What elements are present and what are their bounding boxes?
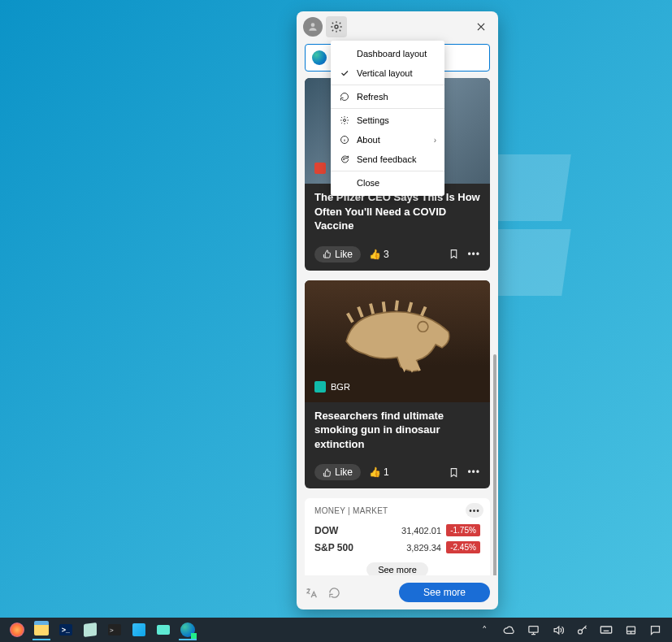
- money-see-more-button[interactable]: See more: [366, 562, 428, 575]
- menu-close[interactable]: Close: [331, 173, 444, 193]
- menu-label: Close: [357, 178, 379, 188]
- menu-refresh[interactable]: Refresh: [331, 87, 444, 106]
- cloud-icon: [503, 624, 515, 636]
- tray-onedrive[interactable]: [498, 619, 519, 640]
- language-button[interactable]: [305, 587, 317, 599]
- menu-about[interactable]: About ›: [331, 130, 444, 150]
- source-badge-icon: [314, 163, 326, 174]
- edge-beta-icon: [157, 625, 170, 635]
- widget-topbar: [297, 11, 498, 42]
- taskbar-edge-beta[interactable]: [153, 619, 174, 640]
- source-label: BGR: [331, 382, 350, 392]
- keyboard-icon: [600, 623, 613, 636]
- widget-bottombar: See more: [297, 575, 498, 609]
- reaction-count[interactable]: 👍 1: [369, 466, 389, 478]
- see-more-button[interactable]: See more: [399, 583, 490, 602]
- menu-settings[interactable]: Settings: [331, 111, 444, 130]
- powershell-icon: >_: [59, 624, 72, 635]
- index-change: -1.75%: [446, 524, 480, 536]
- like-button[interactable]: Like: [314, 246, 361, 262]
- close-widget-button[interactable]: [470, 16, 492, 37]
- market-row[interactable]: DOW 31,402.01 -1.75%: [314, 522, 480, 539]
- reaction-count[interactable]: 👍 3: [369, 249, 389, 260]
- chevron-right-icon: ›: [434, 136, 436, 145]
- settings-dropdown-menu: Dashboard layout Vertical layout Refresh…: [331, 41, 444, 196]
- market-row[interactable]: S&P 500 3,829.34 -2.45%: [314, 539, 480, 556]
- tray-volume[interactable]: [547, 619, 568, 640]
- card-more-button[interactable]: •••: [467, 249, 480, 260]
- index-value: 31,402.01: [401, 526, 441, 536]
- dinosaur-skull-icon: [332, 297, 462, 386]
- news-card[interactable]: BGR Researchers find ultimate smoking gu…: [305, 280, 490, 489]
- person-icon: [307, 21, 319, 33]
- key-icon: [576, 624, 588, 636]
- profile-avatar[interactable]: [303, 17, 323, 37]
- taskbar-powershell[interactable]: >_: [55, 619, 76, 640]
- taskbar-photos[interactable]: [128, 619, 150, 640]
- refresh-button[interactable]: [328, 587, 340, 599]
- index-value: 3,829.34: [406, 543, 441, 553]
- card-more-button[interactable]: •••: [467, 466, 480, 478]
- like-label: Like: [335, 466, 353, 478]
- menu-label: About: [357, 135, 380, 145]
- bookmark-icon: [449, 249, 459, 259]
- index-name: DOW: [314, 525, 338, 536]
- menu-dashboard-layout[interactable]: Dashboard layout: [331, 44, 444, 63]
- refresh-icon: [339, 92, 350, 102]
- taskbar-terminal[interactable]: >: [104, 619, 125, 640]
- bookmark-button[interactable]: [449, 249, 459, 259]
- thumbs-up-icon: [323, 468, 332, 477]
- thumbs-up-icon: [323, 249, 332, 258]
- folder-icon: [34, 624, 49, 635]
- svg-rect-6: [600, 627, 611, 633]
- like-button[interactable]: Like: [314, 464, 361, 480]
- svg-point-0: [311, 23, 315, 27]
- bookmark-icon: [449, 467, 459, 478]
- taskbar-notepad[interactable]: [80, 619, 101, 640]
- reaction-number: 3: [384, 249, 389, 260]
- money-market-card: ••• MONEY | MARKET DOW 31,402.01 -1.75% …: [305, 498, 490, 575]
- menu-label: Send feedback: [357, 154, 416, 164]
- card-title: Researchers find ultimate smoking gun in…: [305, 402, 490, 458]
- menu-label: Dashboard layout: [357, 49, 427, 59]
- tray-input[interactable]: [620, 619, 641, 640]
- svg-point-5: [578, 629, 582, 633]
- menu-feedback[interactable]: Send feedback: [331, 150, 444, 169]
- photos-icon: [132, 623, 145, 636]
- reaction-emoji: 👍: [369, 466, 381, 478]
- news-widgets-panel: Best Life The Pfizer CEO Says This Is Ho…: [297, 11, 498, 609]
- settings-gear-button[interactable]: [326, 16, 347, 37]
- edge-icon: [312, 50, 327, 65]
- taskbar-file-explorer[interactable]: [31, 619, 52, 640]
- monitor-icon: [527, 624, 540, 636]
- menu-separator: [331, 85, 444, 85]
- firefox-icon: [10, 622, 24, 637]
- like-label: Like: [335, 249, 353, 260]
- bookmark-button[interactable]: [449, 467, 459, 478]
- taskbar: >_ > ˄: [0, 618, 672, 642]
- tray-action-center[interactable]: [644, 619, 665, 640]
- terminal-icon: >: [108, 624, 121, 635]
- money-card-more-button[interactable]: •••: [466, 503, 483, 518]
- info-icon: [339, 135, 350, 145]
- checkmark-icon: [339, 68, 350, 78]
- tray-chevron[interactable]: ˄: [474, 619, 495, 640]
- taskbar-edge[interactable]: [177, 619, 198, 640]
- tray-security[interactable]: [571, 619, 592, 640]
- edge-icon: [180, 622, 195, 637]
- menu-separator: [331, 171, 444, 171]
- tray-keyboard[interactable]: [596, 619, 617, 640]
- chat-icon: [649, 624, 661, 636]
- svg-rect-4: [528, 626, 537, 632]
- menu-label: Settings: [357, 115, 389, 125]
- touchpad-icon: [625, 624, 637, 636]
- card-actions: Like 👍 1 •••: [305, 458, 490, 488]
- money-card-header: MONEY | MARKET: [314, 506, 480, 515]
- menu-vertical-layout[interactable]: Vertical layout: [331, 63, 444, 83]
- close-icon: [475, 21, 487, 33]
- chevron-up-icon: ˄: [482, 624, 488, 636]
- tray-display[interactable]: [522, 619, 544, 640]
- taskbar-firefox[interactable]: [7, 619, 28, 640]
- scrollbar-thumb[interactable]: [493, 354, 496, 575]
- gear-icon: [339, 115, 350, 125]
